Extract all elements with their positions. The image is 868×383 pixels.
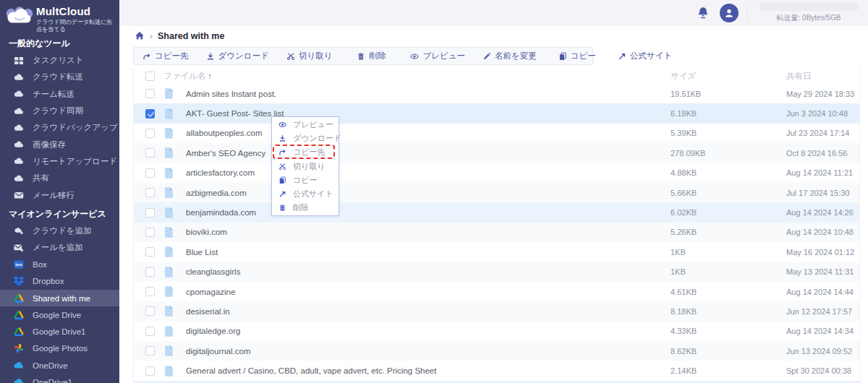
table-row[interactable]: desiserial.in8.18KBJun 12 2024 17:57 [134,301,859,321]
sidebar-item-onedrive[interactable]: OneDrive [0,357,119,374]
user-avatar[interactable] [720,4,739,22]
delete-button[interactable]: 削除 [341,48,401,64]
sidebar-item-google-photos[interactable]: Google Photos [0,340,119,357]
file-size: 4.88KB [671,168,697,177]
row-checkbox[interactable] [145,129,155,138]
file-size: 6.02KB [671,208,697,217]
sidebar-item-image-save[interactable]: 画像保存 [0,136,119,152]
table-row[interactable]: Blue List1KBMay 16 2024 01:12 [134,242,859,262]
file-icon [163,325,174,337]
sort-ascending-icon[interactable]: ↑ [208,72,213,80]
file-date: Jun 13 2024 09:52 [786,347,852,356]
row-checkbox[interactable] [145,148,155,158]
row-checkbox-checked[interactable] [145,109,155,119]
download-button[interactable]: ダウンロード [197,48,278,64]
file-size: 2.14KB [671,366,697,375]
menu-item-label: 削除 [293,202,309,213]
menu-item-label: プレビュー [293,119,333,130]
table-row[interactable]: General advert / Casino, CBD, adult, vap… [134,361,859,380]
rename-button[interactable]: 名前を変更 [474,48,545,64]
table-row[interactable]: azbigmedia.com5.66KBJul 17 2024 15:30 [134,183,859,202]
table-row[interactable]: Amber's SEO Agency278.09KBOct 8 2024 16:… [134,143,859,163]
table-row[interactable]: allaboutpeoples.com5.39KBJul 23 2024 17:… [134,124,859,143]
context-menu-item-preview[interactable]: プレビュー [272,118,339,132]
row-checkbox[interactable] [145,366,155,376]
context-menu-item-delete[interactable]: 削除 [272,201,339,215]
preview-button[interactable]: プレビュー [401,48,474,64]
download-icon [278,134,286,142]
file-name: digitaledge.org [186,327,240,335]
copy-to-button[interactable]: コピー先 [134,48,197,64]
file-name: bioviki.com [186,228,227,236]
sidebar-item-cloud-transfer[interactable]: クラウド転送 [0,69,119,85]
column-header-size[interactable]: サイズ [671,71,696,82]
row-checkbox[interactable] [145,287,155,296]
sidebar-item-label: 共有 [33,173,49,184]
context-menu-item-copy-to[interactable]: コピー先 [272,145,339,159]
context-menu-item-official-site[interactable]: 公式サイト [272,187,339,201]
row-checkbox[interactable] [145,208,155,218]
table-row[interactable]: digitaledge.org4.33KBAug 14 2024 14:34 [134,322,859,341]
sidebar-item-add-mail[interactable]: メールを追加 [0,239,119,256]
google-photos-logo-icon [13,343,25,353]
table-row-selected[interactable]: AKT- Guest Post- Sites list6.18KBJun 3 2… [134,103,859,123]
user-icon [723,7,735,19]
table-row[interactable]: bioviki.com5.26KBAug 14 2024 10:48 [134,223,859,242]
table-row-hovered[interactable]: benjamindada.com6.02KBAug 14 2024 14:26 [134,202,859,222]
row-checkbox[interactable] [145,327,155,336]
sidebar-item-team-transfer[interactable]: チーム転送 [0,86,119,103]
sidebar-item-label: クラウド同期 [33,106,83,116]
row-checkbox[interactable] [145,247,155,257]
table-row[interactable]: cleanglassgirls1KBMay 13 2024 11:31 [134,262,859,282]
sidebar-item-box[interactable]: Box [0,256,119,272]
context-menu-item-copy[interactable]: コピー [272,173,339,187]
file-icon [163,226,174,238]
copy-button[interactable]: コピー [545,48,609,64]
row-checkbox[interactable] [145,188,155,197]
column-header-date[interactable]: 共有日 [786,71,812,82]
sidebar-item-dropbox[interactable]: Dropbox [0,273,119,290]
cut-icon [286,52,295,61]
sidebar-item-label: クラウド転送 [33,72,83,82]
row-checkbox[interactable] [145,346,155,356]
sidebar-item-remote-upload[interactable]: リモートアップロード [0,153,119,170]
chevron-right-icon: › [150,31,153,41]
row-checkbox[interactable] [145,306,155,316]
sidebar-item-google-drive1[interactable]: Google Drive1 [0,323,119,340]
table-row[interactable]: digitaljournal.com8.62KBJun 13 2024 09:5… [134,341,859,361]
column-header-name[interactable]: ファイル名↑ [163,71,212,82]
table-row[interactable]: Admin sites Instant post.19.51KBMay 29 2… [134,84,859,103]
sidebar-item-share[interactable]: 共有 [0,170,119,186]
context-menu-item-cut[interactable]: 切り取り [272,160,339,173]
sidebar-item-onedrive1[interactable]: OneDrive1 [0,374,119,383]
cut-button[interactable]: 切り取り [278,48,341,64]
table-row[interactable]: cpomagazine4.61KBAug 14 2024 14:44 [134,282,859,301]
sidebar-item-task-list[interactable]: タスクリスト [0,52,119,69]
sidebar-item-cloud-sync[interactable]: クラウド同期 [0,103,119,119]
sidebar-item-label: OneDrive1 [33,378,72,383]
notification-bell-icon[interactable] [697,6,710,20]
context-menu-item-download[interactable]: ダウンロード [272,132,339,145]
sidebar-item-label: Google Drive [33,311,81,319]
sidebar-item-shared-with-me[interactable]: Shared with me [0,290,119,306]
row-checkbox[interactable] [145,228,155,237]
official-site-button[interactable]: 公式サイト [609,48,681,64]
select-all-checkbox[interactable] [145,72,155,81]
cloud-transfer-icon [13,72,25,82]
table-row[interactable]: articlesfactory.com4.88KBAug 14 2024 11:… [134,163,859,183]
file-icon [163,345,174,357]
home-icon[interactable] [135,31,145,40]
row-checkbox[interactable] [145,267,155,277]
row-checkbox[interactable] [145,89,155,98]
add-mail-icon [13,243,25,253]
section-my-online-services: マイオンラインサービス [0,206,119,223]
sidebar-item-cloud-backup[interactable]: クラウドバックアップ [0,119,119,136]
team-transfer-icon [13,89,25,99]
sidebar-item-google-drive[interactable]: Google Drive [0,306,119,323]
sidebar-item-add-cloud[interactable]: クラウドを追加 [0,223,119,239]
row-checkbox[interactable] [145,168,155,178]
file-icon [163,87,174,100]
section-general-tools: 一般的なツール [0,35,119,52]
sidebar-item-mail-migration[interactable]: メール移行 [0,186,119,203]
brand-logo[interactable]: MultCloud クラウド間のデータ転送に焦点を当てる [0,0,119,33]
